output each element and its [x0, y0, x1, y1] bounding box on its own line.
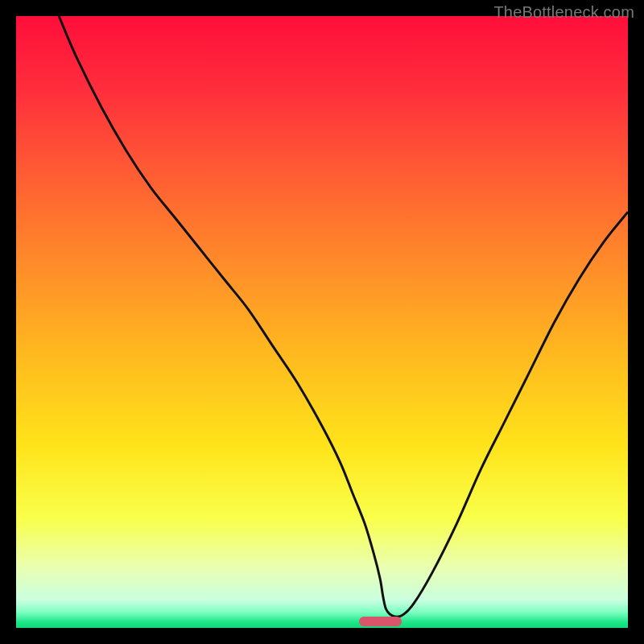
watermark-text: TheBottleneck.com	[493, 3, 634, 22]
plot-area	[16, 16, 628, 628]
chart-frame: TheBottleneck.com	[0, 0, 644, 644]
optimal-range-marker	[359, 617, 402, 626]
curve-layer	[16, 16, 628, 628]
bottleneck-curve	[59, 16, 628, 617]
